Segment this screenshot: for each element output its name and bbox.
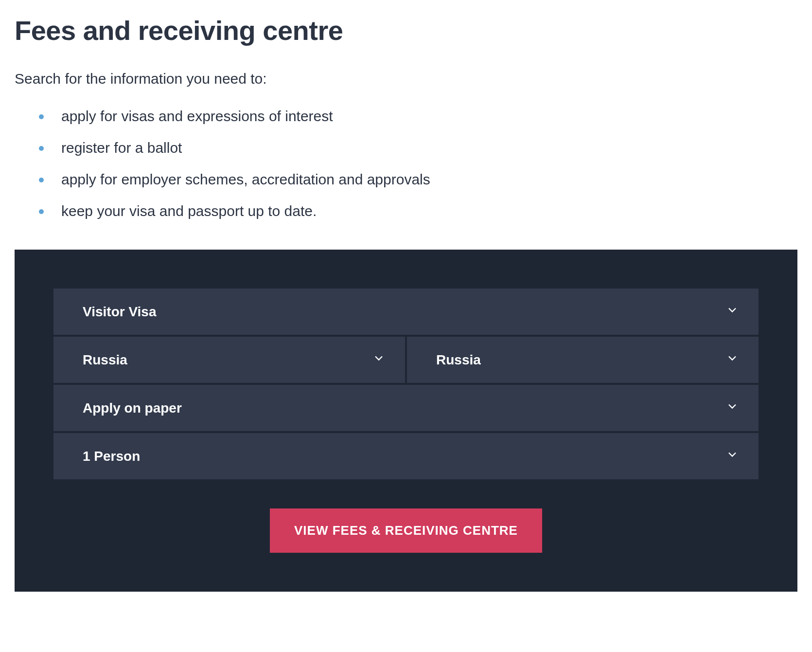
- visa-type-value: Visitor Visa: [83, 304, 157, 320]
- page-heading: Fees and receiving centre: [15, 15, 797, 46]
- persons-value: 1 Person: [83, 449, 140, 464]
- apply-method-value: Apply on paper: [83, 400, 182, 416]
- list-item: register for a ballot: [39, 138, 797, 157]
- chevron-down-icon: [725, 303, 739, 320]
- intro-text: Search for the information you need to:: [15, 71, 797, 87]
- country-b-value: Russia: [436, 352, 481, 368]
- chevron-down-icon: [725, 399, 739, 417]
- chevron-down-icon: [725, 351, 739, 368]
- chevron-down-icon: [725, 448, 739, 465]
- search-panel: Visitor Visa Russia Russia: [15, 250, 797, 592]
- list-item: keep your visa and passport up to date.: [39, 201, 797, 220]
- persons-select[interactable]: 1 Person: [53, 433, 759, 479]
- chevron-down-icon: [372, 351, 386, 368]
- visa-type-select[interactable]: Visitor Visa: [53, 289, 759, 335]
- bullet-list: apply for visas and expressions of inter…: [15, 107, 797, 220]
- list-item: apply for visas and expressions of inter…: [39, 107, 797, 126]
- view-fees-button[interactable]: VIEW FEES & RECEIVING CENTRE: [270, 508, 542, 553]
- country-b-select[interactable]: Russia: [407, 337, 759, 383]
- country-a-value: Russia: [83, 352, 127, 368]
- country-a-select[interactable]: Russia: [53, 337, 405, 383]
- apply-method-select[interactable]: Apply on paper: [53, 385, 759, 431]
- list-item: apply for employer schemes, accreditatio…: [39, 170, 797, 189]
